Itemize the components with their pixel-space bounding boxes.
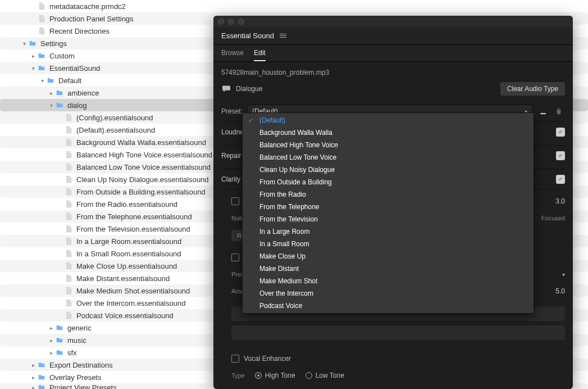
vocal-enhancer-checkbox[interactable] [231, 355, 239, 363]
preset-option-label: Balanced High Tone Voice [259, 141, 338, 149]
disclosure-arrow-icon[interactable]: ▸ [29, 385, 37, 390]
folder-icon [55, 323, 64, 332]
window-max-dot[interactable] [238, 19, 244, 25]
preset-option-label: Podcast Voice [259, 302, 302, 310]
folder-icon [37, 360, 46, 369]
tree-item-label: Production Panel Settings [49, 15, 134, 23]
tree-item-label: Default [58, 76, 81, 85]
disclosure-arrow-icon[interactable]: ▾ [47, 102, 55, 108]
tab-browse[interactable]: Browse [221, 49, 244, 61]
tree-item-label: (Default).essentialsound [76, 126, 155, 134]
panel-menu-icon[interactable] [280, 34, 286, 38]
tree-item-label: Make Close Up.essentialsound [76, 262, 177, 270]
repair-checkbox[interactable] [556, 151, 565, 160]
tree-item-label: Export Destinations [49, 361, 113, 369]
file-icon [64, 298, 73, 307]
disclosure-arrow-icon[interactable]: ▸ [47, 337, 55, 343]
tree-item-label: From the Radio.essentialsound [76, 200, 177, 209]
preset-dropdown-menu: ✓(Default)Background Walla WallaBalanced… [242, 112, 534, 314]
tree-item-label: From the Television.essentialsound [76, 225, 190, 233]
file-icon [64, 311, 73, 320]
folder-icon [37, 51, 46, 60]
window-min-dot[interactable] [228, 19, 234, 25]
preset-option[interactable]: Make Medium Shot [243, 275, 534, 287]
preset-option[interactable]: ✓(Default) [243, 114, 534, 126]
tree-item-label: Balanced High Tone Voice.essentialsound [76, 151, 212, 159]
disclosure-arrow-icon[interactable]: ▾ [29, 65, 37, 71]
file-icon [64, 125, 73, 134]
file-icon [64, 237, 73, 246]
preset-option[interactable]: From the Television [243, 213, 534, 225]
dynamics-value[interactable]: 3.0 [555, 197, 565, 205]
tree-item-label: Overlay Presets [49, 373, 101, 382]
preset-option[interactable]: From Outside a Building [243, 176, 534, 188]
preset-option-label: Clean Up Noisy Dialogue [259, 166, 335, 174]
tree-item-label: EssentialSound [49, 64, 100, 73]
preset-option-label: Background Walla Walla [259, 129, 332, 137]
tree-item-label: Podcast Voice.essentialsound [76, 311, 174, 320]
preset-option-label: In a Small Room [259, 240, 309, 248]
preset-option-label: Make Distant [259, 265, 299, 273]
window-close-dot[interactable] [218, 19, 224, 25]
disclosure-arrow-icon[interactable]: ▸ [29, 374, 37, 381]
preset-option[interactable]: Balanced Low Tone Voice [243, 151, 534, 164]
radio-high-tone[interactable]: High Tone [255, 372, 295, 379]
tree-file[interactable]: metadatacache.prmdc2 [0, 0, 588, 12]
dynamics-scale-right: Focused [541, 215, 565, 221]
file-icon [64, 187, 73, 196]
preset-option[interactable]: Over the Intercom [243, 287, 534, 300]
clear-audio-type-button[interactable]: Clear Audio Type [500, 82, 565, 96]
disclosure-arrow-icon[interactable]: ▾ [20, 40, 28, 47]
tree-item-label: Make Distant.essentialsound [76, 274, 170, 283]
file-icon [37, 14, 46, 23]
panel-tabs: Browse Edit [213, 45, 573, 62]
tree-item-label: Clean Up Noisy Dialogue.essentialsound [76, 175, 209, 184]
folder-icon [37, 64, 46, 73]
slider-track[interactable] [231, 325, 565, 340]
file-icon [64, 175, 73, 184]
tab-edit[interactable]: Edit [254, 49, 266, 61]
preset-option-label: From the Television [259, 215, 318, 223]
dynamics-checkbox[interactable] [231, 197, 239, 205]
file-icon [64, 224, 73, 233]
disclosure-arrow-icon[interactable]: ▾ [38, 78, 46, 84]
preset-option[interactable]: In a Small Room [243, 238, 534, 250]
tree-item-label: Background Walla Walla.essentialsound [76, 138, 206, 147]
folder-icon [37, 383, 46, 389]
folder-icon [37, 373, 46, 382]
file-icon [64, 138, 73, 147]
clip-filename: 574928main_houston_problem.mp3 [221, 62, 565, 82]
tree-item-label: Over the Intercom.essentialsound [76, 299, 185, 307]
preset-option-label: From Outside a Building [259, 178, 332, 186]
preset-option-label: (Default) [259, 116, 285, 124]
preset-option[interactable]: Podcast Voice [243, 300, 534, 312]
tree-item-label: ambience [67, 89, 99, 97]
file-icon [64, 113, 73, 122]
preset-option[interactable]: Make Distant [243, 263, 534, 275]
eq-checkbox[interactable] [231, 254, 239, 261]
tree-item-label: Settings [40, 39, 67, 48]
file-icon [64, 286, 73, 295]
tree-item-label: From Outside a Building.essentialsound [76, 188, 206, 196]
preset-option[interactable]: Make Close Up [243, 250, 534, 263]
preset-option[interactable]: From the Radio [243, 188, 534, 201]
clarity-checkbox[interactable] [556, 175, 565, 184]
save-preset-icon[interactable] [537, 105, 549, 117]
disclosure-arrow-icon[interactable]: ▸ [29, 53, 37, 59]
preset-option[interactable]: From the Telephone [243, 201, 534, 213]
eq-amount-value[interactable]: 5.0 [555, 287, 565, 295]
vocal-enhancer-label: Vocal Enhancer [244, 355, 291, 363]
preset-option[interactable]: In a Large Room [243, 225, 534, 238]
preset-option[interactable]: Clean Up Noisy Dialogue [243, 164, 534, 176]
disclosure-arrow-icon[interactable]: ▸ [47, 325, 55, 331]
disclosure-arrow-icon[interactable]: ▸ [47, 90, 55, 96]
disclosure-arrow-icon[interactable]: ▸ [47, 350, 55, 356]
preset-option[interactable]: Balanced High Tone Voice [243, 139, 534, 151]
preset-option-label: From the Radio [259, 191, 306, 198]
loudness-checkbox[interactable] [556, 128, 565, 137]
preset-option[interactable]: Background Walla Walla [243, 126, 534, 139]
disclosure-arrow-icon[interactable]: ▸ [29, 362, 37, 368]
tree-item-label: In a Large Room.essentialsound [76, 237, 181, 246]
radio-low-tone[interactable]: Low Tone [306, 372, 344, 379]
chevron-down-icon[interactable]: ▾ [562, 272, 565, 278]
